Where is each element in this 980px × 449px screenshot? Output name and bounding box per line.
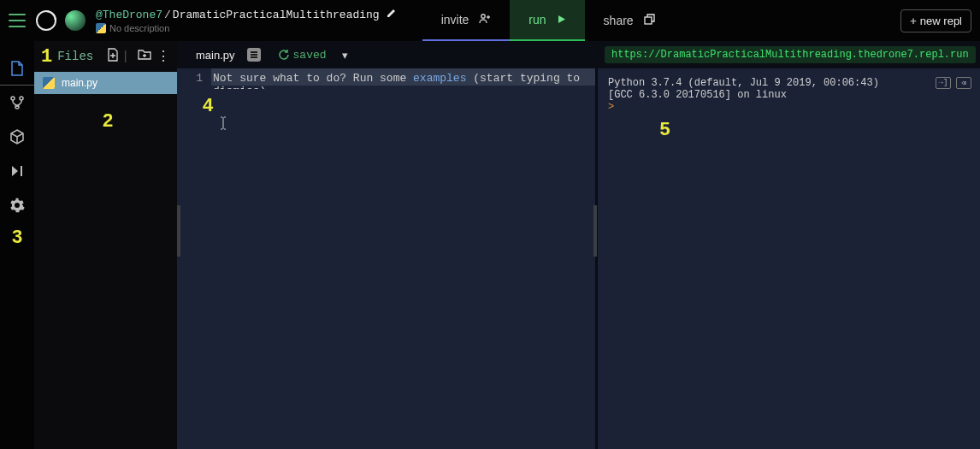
breadcrumb-separator: /	[164, 9, 171, 21]
rail-files-icon[interactable]	[0, 51, 34, 86]
rail-settings-icon[interactable]	[0, 188, 34, 222]
editor-tab-filename[interactable]: main.py	[196, 49, 235, 62]
repl-url[interactable]: https://DramaticPracticalMultithreading.…	[605, 46, 976, 63]
code-editor[interactable]: 1 Not sure what to do? Run some examples…	[177, 68, 595, 449]
separator: |	[122, 50, 129, 63]
files-header: 1 Files | ⋮	[34, 41, 177, 72]
console-input-icon[interactable]: →]	[936, 77, 951, 89]
menu-icon[interactable]	[9, 14, 26, 27]
console-line: [GCC 6.3.0 20170516] on linux	[608, 89, 970, 101]
console-line: Python 3.7.4 (default, Jul 9 2019, 00:06…	[608, 77, 970, 89]
line-gutter: 1	[177, 68, 211, 449]
svg-rect-2	[645, 17, 652, 24]
annotation-1: 1	[41, 46, 52, 68]
rail-debugger-icon[interactable]	[0, 154, 34, 188]
editor-panel: main.py saved ▾ 1 Not sure what to do? R…	[177, 41, 595, 449]
file-item-main[interactable]: main.py	[34, 72, 177, 94]
annotation-2: 2	[103, 109, 177, 132]
console-clear-icon[interactable]: ⌫	[956, 77, 971, 89]
console-header: https://DramaticPracticalMultithreading.…	[598, 41, 980, 68]
console-prompt: >	[608, 101, 970, 113]
project-description[interactable]: No description	[109, 23, 169, 33]
history-dropdown-icon[interactable]: ▾	[342, 49, 348, 62]
plus-icon: +	[910, 15, 917, 27]
svg-point-4	[20, 97, 23, 100]
save-status: saved	[278, 49, 327, 62]
invite-tab[interactable]: invite	[422, 0, 511, 41]
project-description-row: No description	[96, 23, 397, 33]
add-user-icon	[474, 13, 491, 27]
new-repl-button[interactable]: + new repl	[900, 9, 971, 32]
format-icon[interactable]	[247, 48, 261, 62]
code-line-1: Not sure what to do? Run some examples (…	[211, 68, 595, 86]
files-title: Files	[57, 50, 101, 63]
run-tab[interactable]: run	[510, 0, 584, 41]
rail-packages-icon[interactable]	[0, 120, 34, 154]
edit-name-icon[interactable]	[387, 8, 397, 21]
file-item-label: main.py	[62, 77, 97, 89]
breadcrumb: @TheDrone7 / DramaticPracticalMultithrea…	[96, 8, 397, 21]
new-folder-icon[interactable]	[138, 49, 151, 64]
svg-point-1	[481, 14, 485, 17]
new-file-icon[interactable]	[107, 48, 119, 65]
python-icon	[43, 77, 55, 89]
svg-point-3	[11, 97, 15, 100]
resize-handle-left[interactable]	[177, 205, 180, 257]
user-avatar[interactable]	[65, 10, 86, 31]
python-icon	[96, 23, 106, 33]
rail-version-icon[interactable]	[0, 86, 34, 120]
editor-background[interactable]	[211, 89, 595, 449]
breadcrumb-user[interactable]: @TheDrone7	[96, 9, 162, 21]
header-tabs: invite run share	[422, 0, 674, 41]
annotation-5: 5	[659, 120, 670, 141]
app-header: @TheDrone7 / DramaticPracticalMultithrea…	[0, 0, 980, 41]
files-menu-icon[interactable]: ⋮	[156, 48, 170, 65]
editor-tabbar: main.py saved ▾	[177, 41, 595, 68]
annotation-3: 3	[12, 226, 22, 248]
left-rail: 3	[0, 41, 34, 449]
refresh-icon	[278, 49, 290, 61]
examples-link[interactable]: examples	[413, 72, 466, 85]
annotation-4: 4	[203, 94, 213, 116]
share-tab[interactable]: share	[585, 0, 674, 41]
resize-handle-right[interactable]	[593, 205, 597, 257]
files-panel: 1 Files | ⋮ main.py 2	[34, 41, 177, 449]
breadcrumb-project[interactable]: DramaticPracticalMultithreading	[173, 9, 380, 21]
share-icon	[639, 14, 655, 27]
replit-logo[interactable]	[34, 9, 58, 32]
text-cursor-icon	[220, 116, 227, 133]
console-panel: https://DramaticPracticalMultithreading.…	[595, 41, 980, 449]
play-icon	[552, 13, 566, 27]
console-output[interactable]: →] ⌫ Python 3.7.4 (default, Jul 9 2019, …	[598, 68, 980, 449]
project-title-block: @TheDrone7 / DramaticPracticalMultithrea…	[96, 8, 397, 33]
